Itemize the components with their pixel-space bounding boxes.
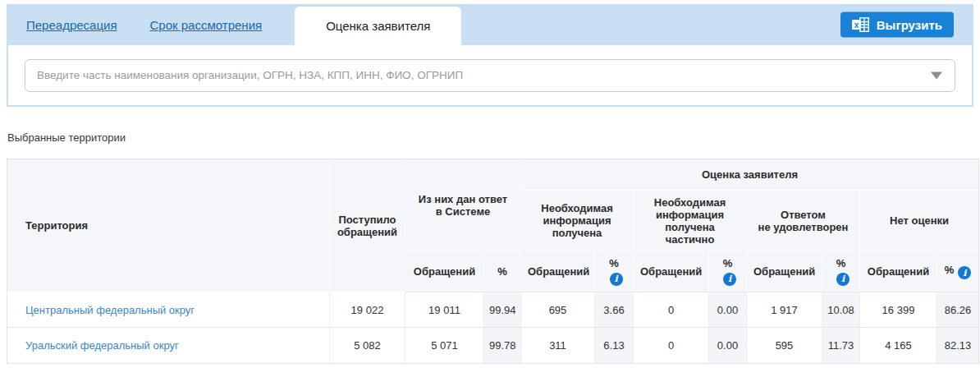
cell-not-satisfied: 595 <box>747 328 822 363</box>
info-icon[interactable]: i <box>836 273 849 286</box>
percent-label: % <box>609 257 619 269</box>
header-info-partial-percent: %i <box>709 251 747 292</box>
export-button-label: Выгрузить <box>877 18 942 32</box>
header-not-satisfied-percent: %i <box>822 251 860 292</box>
dropdown-arrow-icon[interactable] <box>931 71 942 79</box>
organization-search-wrap <box>25 59 955 92</box>
export-button[interactable]: x Выгрузить <box>840 12 954 38</box>
header-no-rating-group: Нет оценки <box>860 191 978 251</box>
header-not-satisfied-appeals: Обращений <box>747 251 822 292</box>
cell-info-partial: 0 <box>634 328 709 363</box>
header-answered-appeals: Обращений <box>405 251 484 292</box>
cell-no-rating: 4 165 <box>860 328 937 363</box>
info-icon[interactable]: i <box>610 273 623 286</box>
cell-info-received: 695 <box>521 292 595 328</box>
cell-received: 5 082 <box>330 328 405 363</box>
cell-not-satisfied-pct: 11.73 <box>822 328 860 363</box>
cell-territory: Уральский федеральный округ <box>7 328 330 363</box>
cell-territory: Центральный федеральный округ <box>7 292 330 328</box>
info-icon[interactable]: i <box>723 273 736 286</box>
svg-text:x: x <box>854 21 859 30</box>
header-info-partial-appeals: Обращений <box>634 251 709 292</box>
cell-no-rating-pct: 86.26 <box>937 292 978 328</box>
cell-not-satisfied: 1 917 <box>747 292 822 328</box>
cell-answered: 19 011 <box>405 292 484 328</box>
cell-info-received: 311 <box>521 328 595 363</box>
table-row: Центральный федеральный округ 19 022 19 … <box>7 292 978 328</box>
tab-ocenka-zayavitelya[interactable]: Оценка заявителя <box>295 7 461 45</box>
cell-no-rating: 16 399 <box>860 292 937 328</box>
cell-answered: 5 071 <box>405 328 484 363</box>
cell-not-satisfied-pct: 10.08 <box>822 292 860 328</box>
selected-territories-label: Выбранные территории <box>7 131 973 144</box>
tab-bar: Переадресация Срок рассмотрения Оценка з… <box>7 4 973 45</box>
cell-received: 19 022 <box>330 292 405 328</box>
header-answered-percent: % <box>484 251 521 292</box>
organization-search-input[interactable] <box>25 59 955 92</box>
header-info-partial-group: Необходимая информация получена частично <box>634 191 747 251</box>
cell-no-rating-pct: 82.13 <box>937 328 978 363</box>
header-not-satisfied-group: Ответом не удовлетворен <box>747 191 860 251</box>
header-info-received-percent: %i <box>595 251 634 292</box>
percent-label: % <box>723 257 733 269</box>
header-received: Поступило обращений <box>330 159 405 292</box>
excel-icon: x <box>852 17 870 33</box>
header-no-rating-appeals: Обращений <box>860 251 937 292</box>
cell-info-received-pct: 3.66 <box>595 292 634 328</box>
header-rating-group: Оценка заявителя <box>521 159 978 191</box>
percent-label: % <box>945 264 955 276</box>
percent-label: % <box>836 257 846 269</box>
header-no-rating-percent: %i <box>937 251 978 292</box>
header-territory: Территория <box>7 159 330 292</box>
cell-answered-pct: 99.78 <box>484 328 521 363</box>
header-info-received-appeals: Обращений <box>521 251 595 292</box>
table-row: Уральский федеральный округ 5 082 5 071 … <box>7 328 978 363</box>
page: Переадресация Срок рассмотрения Оценка з… <box>0 0 980 364</box>
tab-srok-rassmotreniya[interactable]: Срок рассмотрения <box>150 18 263 32</box>
report-table: Территория Поступило обращений Из них да… <box>7 159 979 364</box>
territory-link[interactable]: Уральский федеральный округ <box>25 339 179 352</box>
cell-info-partial: 0 <box>634 292 709 328</box>
info-icon[interactable]: i <box>958 266 971 279</box>
territory-link[interactable]: Центральный федеральный округ <box>25 304 195 316</box>
organization-filter-panel <box>7 45 973 107</box>
cell-answered-pct: 99.94 <box>484 292 521 328</box>
cell-info-received-pct: 6.13 <box>595 328 634 363</box>
header-info-received-group: Необходимая информация получена <box>521 191 634 251</box>
tab-pereadresaciya[interactable]: Переадресация <box>26 18 117 32</box>
cell-info-partial-pct: 0.00 <box>709 292 747 328</box>
cell-info-partial-pct: 0.00 <box>709 328 747 363</box>
header-answered-group: Из них дан ответ в Системе <box>405 159 521 251</box>
